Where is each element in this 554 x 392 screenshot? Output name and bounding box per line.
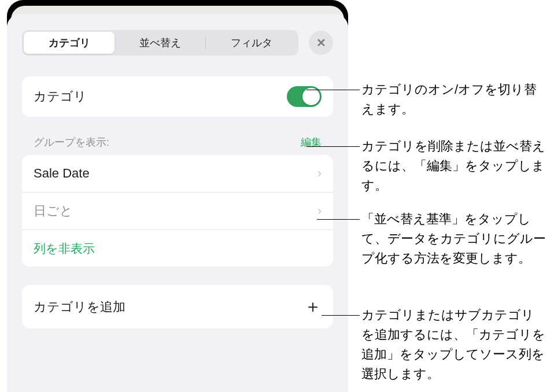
edit-button[interactable]: 編集 (301, 135, 322, 149)
panel-header: カテゴリ 並べ替え フィルタ ✕ (22, 30, 333, 56)
close-button[interactable]: ✕ (309, 31, 333, 55)
callout-text: カテゴリのオン/オフを切り替えます。 (361, 82, 537, 116)
groups-section-header: グループを表示: 編集 (22, 135, 333, 155)
callout-text: カテゴリまたはサブカテゴリを追加するには、「カテゴリを追加」をタップしてソース列… (361, 308, 545, 381)
row-label: 列を非表示 (34, 241, 95, 257)
callout-text: カテゴリを削除または並べ替えるには、「編集」をタップします。 (361, 139, 545, 193)
plus-icon: ＋ (304, 295, 322, 319)
tab-filter[interactable]: フィルタ (206, 32, 297, 54)
row-label: カテゴリを追加 (34, 298, 125, 316)
row-label: 日ごと (34, 202, 73, 220)
tab-label: フィルタ (231, 36, 272, 50)
group-row-sale-date[interactable]: Sale Date › (22, 155, 333, 192)
callout-leader (306, 146, 360, 147)
add-category-row[interactable]: カテゴリを追加 ＋ (22, 285, 333, 328)
add-category-card: カテゴリを追加 ＋ (22, 285, 333, 328)
row-label: Sale Date (34, 166, 90, 181)
category-panel: カテゴリ 並べ替え フィルタ ✕ カテゴリ グループを表示: 編集 Sale D… (7, 14, 348, 392)
categories-toggle-row: カテゴリ (22, 76, 333, 117)
tab-label: カテゴリ (49, 36, 90, 50)
callout-toggle: カテゴリのオン/オフを切り替えます。 (361, 80, 546, 119)
toggle-label: カテゴリ (34, 88, 87, 105)
group-row-by-day[interactable]: 日ごと › (22, 192, 333, 230)
close-icon: ✕ (316, 36, 326, 50)
chevron-right-icon: › (317, 204, 322, 219)
callout-text: 「並べ替え基準」をタップして、データをカテゴリにグループ化する方法を変更します。 (361, 212, 546, 265)
chevron-right-icon: › (317, 166, 322, 181)
callout-leader (306, 90, 360, 90)
callout-leader (317, 219, 360, 220)
tab-label: 並べ替え (139, 36, 181, 50)
callout-leader (322, 315, 360, 316)
callout-add: カテゴリまたはサブカテゴリを追加するには、「カテゴリを追加」をタップしてソース列… (361, 305, 546, 384)
section-label: グループを表示: (34, 135, 109, 149)
callout-edit: カテゴリを削除または並べ替えるには、「編集」をタップします。 (361, 136, 546, 195)
hide-column-row[interactable]: 列を非表示 (22, 230, 333, 267)
tab-categories[interactable]: カテゴリ (24, 32, 115, 54)
callout-sort-by: 「並べ替え基準」をタップして、データをカテゴリにグループ化する方法を変更します。 (361, 209, 546, 268)
groups-card: Sale Date › 日ごと › 列を非表示 (22, 155, 333, 267)
segmented-control: カテゴリ 並べ替え フィルタ (22, 30, 298, 56)
tab-sort[interactable]: 並べ替え (115, 32, 205, 54)
toggle-card: カテゴリ (22, 76, 333, 117)
